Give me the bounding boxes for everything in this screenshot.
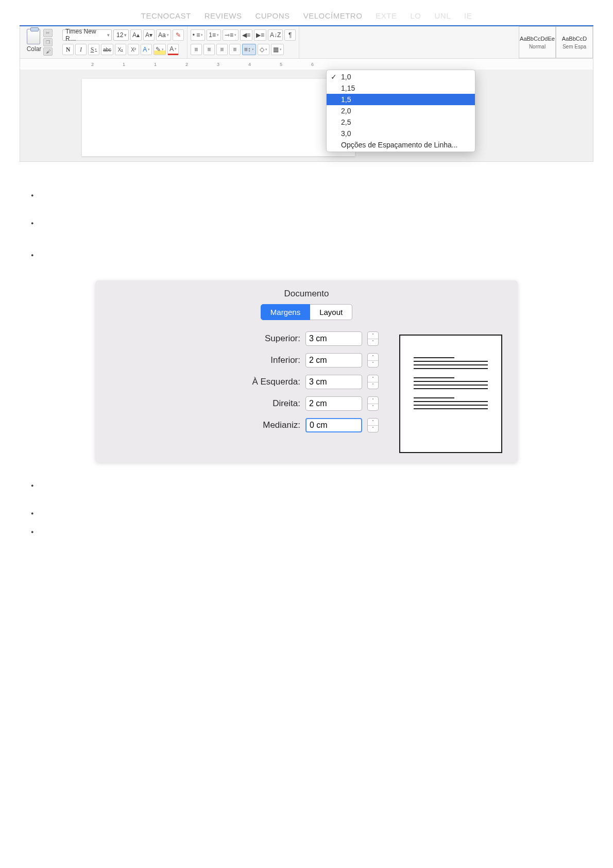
stepper-top[interactable]: ˄˅: [367, 331, 379, 346]
input-gutter[interactable]: 0 cm: [305, 418, 362, 432]
font-size-combo[interactable]: 12: [113, 29, 129, 41]
align-left-button[interactable]: ≡: [191, 44, 202, 55]
bullet-list: [31, 480, 613, 536]
page[interactable]: [82, 79, 355, 156]
highlight-button[interactable]: ✎: [154, 44, 166, 55]
line-spacing-option[interactable]: 2,0: [327, 105, 475, 116]
paragraph-group: • ≡ 1≡ ⇾≡ ◀≡ ▶≡ A↓Z ¶ ≡ ≡ ≡ ≡ ≡↕ ◇ ▦: [188, 26, 300, 58]
label-gutter: Medianiz:: [208, 420, 300, 430]
stepper-bottom[interactable]: ˄˅: [367, 353, 379, 368]
superscript-button[interactable]: X²: [128, 44, 139, 55]
nav-item[interactable]: EXTE: [376, 11, 397, 20]
paste-group: Colar ✂ ❐ 🖌: [20, 26, 59, 58]
nav-item[interactable]: TECNOCAST: [141, 11, 191, 20]
line-spacing-button[interactable]: ≡↕: [242, 44, 256, 55]
ruler-mark: 6: [311, 62, 314, 67]
clear-formatting-button[interactable]: ✎: [173, 29, 184, 41]
label-left: À Esquerda:: [208, 377, 300, 387]
chevron-up-icon[interactable]: ˄: [368, 354, 378, 361]
nav-item[interactable]: VELOCÍMETRO: [303, 11, 363, 20]
chevron-down-icon[interactable]: ˅: [368, 426, 378, 432]
stepper-left[interactable]: ˄˅: [367, 375, 379, 389]
format-painter-icon[interactable]: 🖌: [43, 47, 53, 56]
chevron-up-icon[interactable]: ˄: [368, 419, 378, 426]
bullet: [31, 526, 613, 536]
chevron-down-icon[interactable]: ˅: [368, 339, 378, 346]
text-effects-button[interactable]: A: [141, 44, 152, 55]
paste-button[interactable]: Colar: [27, 29, 42, 56]
shrink-font-button[interactable]: A▾: [143, 29, 155, 41]
input-right[interactable]: 2 cm: [305, 396, 362, 411]
sort-button[interactable]: A↓Z: [268, 29, 283, 41]
pilcrow-button[interactable]: ¶: [284, 29, 296, 41]
bullet: [31, 221, 613, 226]
nav-item[interactable]: LO: [411, 11, 421, 20]
nav-item[interactable]: REVIEWS: [205, 11, 242, 20]
font-group: Times New R… 12 A▴ A▾ Aa ✎ N I S abc X₂ …: [59, 26, 188, 58]
nav-item[interactable]: UNL: [435, 11, 451, 20]
segmented-control: Margens Layout: [95, 304, 518, 320]
outdent-button[interactable]: ◀≡: [240, 29, 252, 41]
stepper-gutter[interactable]: ˄˅: [367, 418, 379, 432]
font-name-combo[interactable]: Times New R…: [62, 29, 112, 41]
label-right: Direita:: [208, 398, 300, 409]
cut-icon[interactable]: ✂: [43, 29, 53, 37]
chevron-up-icon[interactable]: ˄: [368, 332, 378, 339]
horizontal-ruler[interactable]: 2 1 1 2 3 4 5 6: [20, 58, 593, 70]
italic-button[interactable]: I: [75, 44, 87, 55]
chevron-up-icon[interactable]: ˄: [368, 375, 378, 382]
margin-preview: [399, 335, 502, 453]
label-bottom: Inferior:: [208, 355, 300, 365]
styles-gallery: AaBbCcDdEe Normal AaBbCcD Sem Espa: [519, 26, 593, 58]
shading-button[interactable]: ◇: [258, 44, 269, 55]
chevron-down-icon[interactable]: ˅: [368, 382, 378, 389]
borders-button[interactable]: ▦: [271, 44, 284, 55]
dialog-title: Documento: [95, 280, 518, 304]
indent-button[interactable]: ▶≡: [254, 29, 266, 41]
line-spacing-option[interactable]: 1,0: [327, 71, 475, 82]
input-left[interactable]: 3 cm: [305, 375, 362, 389]
bullet-list-button[interactable]: • ≡: [191, 29, 206, 41]
input-top[interactable]: 3 cm: [305, 331, 362, 346]
nav-item[interactable]: IE: [464, 11, 472, 20]
chevron-up-icon[interactable]: ˄: [368, 397, 378, 404]
style-normal[interactable]: AaBbCcDdEe Normal: [519, 26, 556, 58]
document-area: [20, 70, 593, 161]
tab-margins[interactable]: Margens: [261, 304, 310, 320]
line-spacing-option-selected[interactable]: 1,5: [327, 94, 475, 105]
align-justify-button[interactable]: ≡: [229, 44, 241, 55]
change-case-button[interactable]: Aa: [156, 29, 171, 41]
style-name: Normal: [529, 44, 546, 49]
number-list-button[interactable]: 1≡: [207, 29, 221, 41]
stepper-right[interactable]: ˄˅: [367, 396, 379, 411]
ruler-mark: 2: [91, 62, 94, 67]
align-right-button[interactable]: ≡: [216, 44, 228, 55]
line-spacing-options-more[interactable]: Opções de Espaçamento de Linha...: [327, 139, 475, 151]
line-spacing-option[interactable]: 2,5: [327, 116, 475, 128]
ruler-mark: 2: [185, 62, 188, 67]
nav-item[interactable]: CUPONS: [255, 11, 290, 20]
strike-button[interactable]: abc: [101, 44, 113, 55]
multilevel-list-button[interactable]: ⇾≡: [223, 29, 239, 41]
grow-font-button[interactable]: A▴: [130, 29, 142, 41]
copy-icon[interactable]: ❐: [43, 38, 53, 46]
chevron-down-icon[interactable]: ˅: [368, 404, 378, 411]
tab-layout[interactable]: Layout: [310, 304, 352, 320]
font-color-button[interactable]: A: [167, 44, 179, 55]
bullet: [31, 508, 613, 517]
ruler-mark: 1: [123, 62, 125, 67]
label-top: Superior:: [208, 333, 300, 344]
ruler-mark: 4: [248, 62, 251, 67]
bold-button[interactable]: N: [62, 44, 74, 55]
line-spacing-option[interactable]: 3,0: [327, 128, 475, 139]
paste-label: Colar: [27, 45, 42, 53]
underline-button[interactable]: S: [88, 44, 99, 55]
chevron-down-icon[interactable]: ˅: [368, 361, 378, 368]
bullet: [31, 193, 613, 198]
bullet-list: [31, 193, 613, 258]
line-spacing-option[interactable]: 1,15: [327, 82, 475, 94]
input-bottom[interactable]: 2 cm: [305, 353, 362, 368]
subscript-button[interactable]: X₂: [115, 44, 126, 55]
style-no-spacing[interactable]: AaBbCcD Sem Espa: [556, 26, 593, 58]
align-center-button[interactable]: ≡: [203, 44, 215, 55]
